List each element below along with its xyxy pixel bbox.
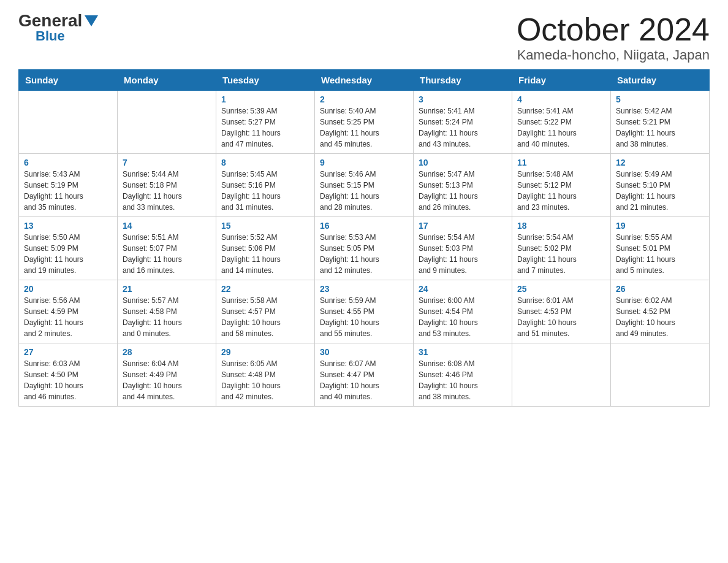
day-info: Sunrise: 5:41 AM Sunset: 5:22 PM Dayligh… — [517, 105, 605, 150]
day-number: 9 — [320, 158, 408, 167]
day-number: 13 — [24, 221, 112, 231]
calendar-title: October 2024 — [517, 12, 710, 47]
calendar-day-header: Friday — [512, 70, 611, 91]
day-info: Sunrise: 5:53 AM Sunset: 5:05 PM Dayligh… — [320, 232, 408, 276]
day-number: 19 — [616, 221, 704, 231]
title-block: October 2024 Kameda-honcho, Niigata, Jap… — [517, 12, 710, 63]
day-info: Sunrise: 6:05 AM Sunset: 4:48 PM Dayligh… — [221, 358, 309, 402]
calendar-cell — [118, 91, 216, 154]
day-number: 1 — [221, 94, 309, 104]
calendar-cell — [611, 343, 710, 407]
calendar-cell: 10Sunrise: 5:47 AM Sunset: 5:13 PM Dayli… — [414, 154, 512, 217]
day-info: Sunrise: 5:56 AM Sunset: 4:59 PM Dayligh… — [24, 295, 112, 339]
calendar-cell: 14Sunrise: 5:51 AM Sunset: 5:07 PM Dayli… — [118, 217, 216, 280]
day-info: Sunrise: 5:39 AM Sunset: 5:27 PM Dayligh… — [221, 105, 309, 150]
day-info: Sunrise: 5:57 AM Sunset: 4:58 PM Dayligh… — [123, 295, 211, 339]
day-info: Sunrise: 5:44 AM Sunset: 5:18 PM Dayligh… — [123, 169, 211, 213]
day-info: Sunrise: 5:43 AM Sunset: 5:19 PM Dayligh… — [24, 169, 112, 213]
day-info: Sunrise: 5:49 AM Sunset: 5:10 PM Dayligh… — [616, 169, 704, 213]
day-number: 25 — [517, 284, 605, 294]
day-info: Sunrise: 5:58 AM Sunset: 4:57 PM Dayligh… — [221, 295, 309, 339]
calendar-cell — [19, 91, 118, 154]
calendar-cell: 11Sunrise: 5:48 AM Sunset: 5:12 PM Dayli… — [512, 154, 611, 217]
calendar-cell: 4Sunrise: 5:41 AM Sunset: 5:22 PM Daylig… — [512, 91, 611, 154]
calendar-cell: 18Sunrise: 5:54 AM Sunset: 5:02 PM Dayli… — [512, 217, 611, 280]
day-number: 31 — [419, 347, 507, 357]
logo-triangle-icon — [85, 15, 98, 26]
calendar-cell: 2Sunrise: 5:40 AM Sunset: 5:25 PM Daylig… — [315, 91, 414, 154]
calendar-day-header: Monday — [118, 70, 216, 91]
day-number: 5 — [616, 94, 704, 104]
day-info: Sunrise: 6:02 AM Sunset: 4:52 PM Dayligh… — [616, 295, 704, 339]
day-number: 15 — [221, 221, 309, 231]
day-info: Sunrise: 6:01 AM Sunset: 4:53 PM Dayligh… — [517, 295, 605, 339]
calendar-cell: 25Sunrise: 6:01 AM Sunset: 4:53 PM Dayli… — [512, 280, 611, 343]
calendar-cell: 5Sunrise: 5:42 AM Sunset: 5:21 PM Daylig… — [611, 91, 710, 154]
day-info: Sunrise: 6:07 AM Sunset: 4:47 PM Dayligh… — [320, 358, 408, 402]
day-number: 16 — [320, 221, 408, 231]
calendar-cell: 19Sunrise: 5:55 AM Sunset: 5:01 PM Dayli… — [611, 217, 710, 280]
calendar-day-header: Saturday — [611, 70, 710, 91]
calendar-cell: 27Sunrise: 6:03 AM Sunset: 4:50 PM Dayli… — [19, 343, 118, 407]
calendar-cell: 16Sunrise: 5:53 AM Sunset: 5:05 PM Dayli… — [315, 217, 414, 280]
day-number: 6 — [24, 158, 112, 167]
calendar-cell: 8Sunrise: 5:45 AM Sunset: 5:16 PM Daylig… — [216, 154, 315, 217]
day-number: 26 — [616, 284, 704, 294]
page-header: General Blue October 2024 Kameda-honcho,… — [18, 12, 710, 63]
svg-marker-0 — [85, 15, 98, 26]
day-info: Sunrise: 5:41 AM Sunset: 5:24 PM Dayligh… — [419, 105, 507, 150]
calendar-cell: 20Sunrise: 5:56 AM Sunset: 4:59 PM Dayli… — [19, 280, 118, 343]
calendar-week-row: 13Sunrise: 5:50 AM Sunset: 5:09 PM Dayli… — [19, 217, 710, 280]
day-info: Sunrise: 6:00 AM Sunset: 4:54 PM Dayligh… — [419, 295, 507, 339]
day-info: Sunrise: 5:52 AM Sunset: 5:06 PM Dayligh… — [221, 232, 309, 276]
calendar-cell — [512, 343, 611, 407]
calendar-cell: 24Sunrise: 6:00 AM Sunset: 4:54 PM Dayli… — [414, 280, 512, 343]
calendar-cell: 29Sunrise: 6:05 AM Sunset: 4:48 PM Dayli… — [216, 343, 315, 407]
day-number: 12 — [616, 158, 704, 167]
day-number: 30 — [320, 347, 408, 357]
day-number: 8 — [221, 158, 309, 167]
calendar-cell: 30Sunrise: 6:07 AM Sunset: 4:47 PM Dayli… — [315, 343, 414, 407]
calendar-cell: 6Sunrise: 5:43 AM Sunset: 5:19 PM Daylig… — [19, 154, 118, 217]
calendar-cell: 1Sunrise: 5:39 AM Sunset: 5:27 PM Daylig… — [216, 91, 315, 154]
calendar-day-header: Tuesday — [216, 70, 315, 91]
day-info: Sunrise: 5:46 AM Sunset: 5:15 PM Dayligh… — [320, 169, 408, 213]
logo-general-text: General — [18, 12, 82, 29]
day-number: 24 — [419, 284, 507, 294]
calendar-location: Kameda-honcho, Niigata, Japan — [517, 47, 710, 63]
day-info: Sunrise: 5:45 AM Sunset: 5:16 PM Dayligh… — [221, 169, 309, 213]
day-info: Sunrise: 5:48 AM Sunset: 5:12 PM Dayligh… — [517, 169, 605, 213]
calendar-cell: 15Sunrise: 5:52 AM Sunset: 5:06 PM Dayli… — [216, 217, 315, 280]
day-number: 18 — [517, 221, 605, 231]
calendar-cell: 22Sunrise: 5:58 AM Sunset: 4:57 PM Dayli… — [216, 280, 315, 343]
day-info: Sunrise: 6:08 AM Sunset: 4:46 PM Dayligh… — [419, 358, 507, 402]
day-number: 4 — [517, 94, 605, 104]
calendar-cell: 3Sunrise: 5:41 AM Sunset: 5:24 PM Daylig… — [414, 91, 512, 154]
calendar-header: SundayMondayTuesdayWednesdayThursdayFrid… — [19, 70, 710, 91]
calendar-week-row: 20Sunrise: 5:56 AM Sunset: 4:59 PM Dayli… — [19, 280, 710, 343]
day-number: 21 — [123, 284, 211, 294]
calendar-week-row: 27Sunrise: 6:03 AM Sunset: 4:50 PM Dayli… — [19, 343, 710, 407]
day-info: Sunrise: 5:50 AM Sunset: 5:09 PM Dayligh… — [24, 232, 112, 276]
day-number: 7 — [123, 158, 211, 167]
day-info: Sunrise: 5:47 AM Sunset: 5:13 PM Dayligh… — [419, 169, 507, 213]
day-number: 10 — [419, 158, 507, 167]
day-number: 2 — [320, 94, 408, 104]
calendar-cell: 28Sunrise: 6:04 AM Sunset: 4:49 PM Dayli… — [118, 343, 216, 407]
day-info: Sunrise: 5:54 AM Sunset: 5:03 PM Dayligh… — [419, 232, 507, 276]
day-info: Sunrise: 5:55 AM Sunset: 5:01 PM Dayligh… — [616, 232, 704, 276]
calendar-cell: 9Sunrise: 5:46 AM Sunset: 5:15 PM Daylig… — [315, 154, 414, 217]
day-number: 29 — [221, 347, 309, 357]
calendar-cell: 7Sunrise: 5:44 AM Sunset: 5:18 PM Daylig… — [118, 154, 216, 217]
calendar-cell: 17Sunrise: 5:54 AM Sunset: 5:03 PM Dayli… — [414, 217, 512, 280]
calendar-cell: 26Sunrise: 6:02 AM Sunset: 4:52 PM Dayli… — [611, 280, 710, 343]
day-number: 23 — [320, 284, 408, 294]
calendar-week-row: 6Sunrise: 5:43 AM Sunset: 5:19 PM Daylig… — [19, 154, 710, 217]
day-number: 3 — [419, 94, 507, 104]
day-info: Sunrise: 5:59 AM Sunset: 4:55 PM Dayligh… — [320, 295, 408, 339]
day-info: Sunrise: 6:03 AM Sunset: 4:50 PM Dayligh… — [24, 358, 112, 402]
day-info: Sunrise: 5:42 AM Sunset: 5:21 PM Dayligh… — [616, 105, 704, 150]
day-number: 11 — [517, 158, 605, 167]
day-number: 22 — [221, 284, 309, 294]
day-info: Sunrise: 5:51 AM Sunset: 5:07 PM Dayligh… — [123, 232, 211, 276]
